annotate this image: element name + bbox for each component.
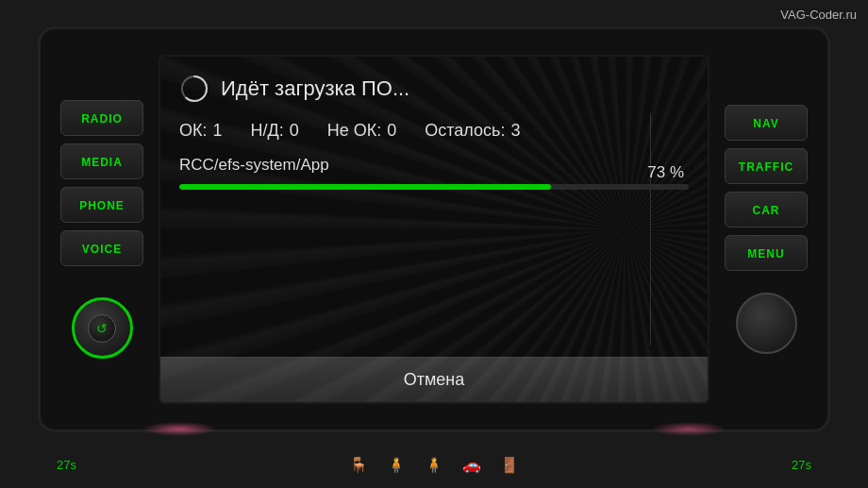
progress-bar-bg [179,184,689,190]
radio-button[interactable]: RADIO [60,100,143,136]
left-knob-inner: ↺ [88,314,116,343]
status-remaining: Осталось: 3 [425,121,520,141]
bottom-icons: 🪑 🧍 🧍 🚗 🚪 [349,456,519,474]
nd-label: Н/Д: [251,121,284,141]
progress-percent: 73 % [647,163,684,182]
bottom-right-indicator: 27s [792,458,811,472]
loading-spinner [179,74,209,104]
bottom-left-indicator: 27s [57,458,76,472]
seat-icon-1: 🪑 [349,456,368,474]
left-panel: RADIO MEDIA PHONE VOICE ↺ [55,100,149,359]
watermark: VAG-Coder.ru [780,8,857,22]
seat-icon-3: 🧍 [425,456,443,474]
status-row: ОК: 1 Н/Д: 0 Не ОК: 0 Осталось: 3 [179,121,689,141]
not-ok-label: Не ОК: [327,121,382,141]
car-button[interactable]: CAR [725,192,808,227]
right-panel: NAV TRAFFIC CAR MENU [719,105,813,354]
progress-container: 73 % [179,184,689,190]
nav-button[interactable]: NAV [725,105,808,141]
knob-icon: ↺ [96,321,108,336]
bottom-left-time: 27s [57,458,76,472]
screen-content: Идёт загрузка ПО... ОК: 1 Н/Д: 0 Не ОК: … [160,57,708,357]
phone-button[interactable]: PHONE [60,187,143,223]
screen-title: Идёт загрузка ПО... [221,76,409,101]
ok-label: ОК: [179,121,208,141]
bottom-bar: 27s 🪑 🧍 🧍 🚗 🚪 27s [0,456,868,474]
car-icon: 🚗 [462,456,481,474]
status-nd: Н/Д: 0 [251,121,299,141]
remaining-label: Осталось: [425,121,505,141]
progress-bar-fill [179,184,551,190]
screen: Идёт загрузка ПО... ОК: 1 Н/Д: 0 Не ОК: … [159,55,709,404]
not-ok-value: 0 [387,121,396,141]
status-not-ok: Не ОК: 0 [327,121,397,141]
door-icon: 🚪 [500,456,519,474]
cancel-label: Отмена [404,370,465,390]
ok-value: 1 [213,121,223,141]
menu-button[interactable]: MENU [725,235,808,271]
cancel-button[interactable]: Отмена [160,357,708,402]
bottom-right-time: 27s [792,458,811,472]
status-ok: ОК: 1 [179,121,223,141]
title-row: Идёт загрузка ПО... [179,74,689,104]
seat-icon-2: 🧍 [387,456,406,474]
car-unit: RADIO MEDIA PHONE VOICE ↺ Идёт з [38,26,830,432]
voice-button[interactable]: VOICE [60,230,143,266]
nd-value: 0 [290,121,299,141]
left-knob-area: ↺ [72,283,133,359]
filepath: RCC/efs-system/App [179,156,689,175]
right-knob[interactable] [736,293,797,354]
traffic-button[interactable]: TRAFFIC [725,148,808,184]
right-knob-area [736,293,797,354]
left-knob[interactable]: ↺ [72,297,133,359]
media-button[interactable]: MEDIA [60,143,143,179]
remaining-value: 3 [510,121,520,141]
